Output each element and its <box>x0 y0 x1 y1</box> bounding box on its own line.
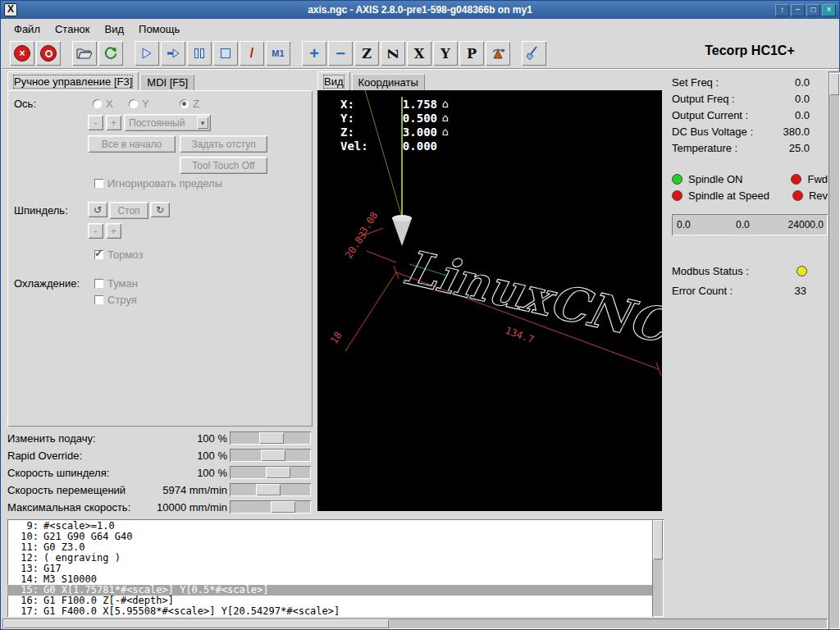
homed-icon: ⌂ <box>437 126 454 138</box>
menu-machine[interactable]: Станок <box>48 21 98 38</box>
jog-minus-button[interactable]: - <box>88 115 103 130</box>
set-freq-label: Set Freq : <box>672 76 719 89</box>
spindle-on-led <box>672 174 682 185</box>
chevron-down-icon: ▾ <box>197 116 208 129</box>
dc-bus-voltage-label: DC Bus Voltage : <box>672 126 753 138</box>
skip-lines-button[interactable]: / <box>240 41 264 66</box>
output-current-label: Output Current : <box>672 109 748 121</box>
vfd-title: Tecorp HC1C+ <box>672 43 828 58</box>
gcode-line[interactable]: 10:G21 G90 G64 G40 <box>7 532 652 542</box>
tool-touch-off-button[interactable]: Tool Touch Off <box>180 157 267 174</box>
gcode-line[interactable]: 12:( engraving ) <box>7 553 652 564</box>
slash-icon: / <box>250 46 253 61</box>
spindle-override-slider[interactable] <box>230 466 311 479</box>
estop-button[interactable]: × <box>10 41 34 66</box>
left-notebook-tabs: Ручное управление [F3] MDI [F5] <box>7 71 196 91</box>
homed-icon: ⌂ <box>437 98 454 110</box>
machine-power-button[interactable] <box>36 41 61 66</box>
max-velocity-slider[interactable] <box>230 500 311 514</box>
feed-override-slider[interactable] <box>230 431 311 445</box>
brake-checkbox[interactable]: Тормоз <box>94 249 143 261</box>
tab-mdi[interactable]: MDI [F5] <box>140 74 194 91</box>
minimize-button[interactable]: − <box>791 4 805 16</box>
axis-radio-x[interactable]: X <box>93 98 113 110</box>
jog-plus-button[interactable]: + <box>106 115 121 130</box>
checkbox-icon <box>94 179 103 188</box>
spindle-ccw-button[interactable]: ↺ <box>88 202 107 217</box>
view-perspective-button[interactable]: P <box>459 41 484 66</box>
slider-handle[interactable] <box>256 484 281 495</box>
gcode-listing[interactable]: 9:#<scale>=1.0 10:G21 G90 G64 G40 11:G0 … <box>7 519 652 617</box>
view-y-button[interactable]: Y <box>433 41 458 66</box>
spindle-speed-scale[interactable]: 0.0 0.0 24000.0 <box>672 214 828 235</box>
scrollbar-thumb[interactable] <box>653 520 663 559</box>
view-z-rotated-button[interactable]: Z <box>381 41 405 66</box>
open-file-button[interactable] <box>72 41 97 66</box>
run-button[interactable] <box>135 41 159 66</box>
output-freq-value: 0.0 <box>795 93 810 105</box>
spindle-slower-button[interactable]: - <box>88 223 103 239</box>
titlebar[interactable]: X axis.ngc - AXIS 2.8.0-pre1-598-g048366… <box>1 1 839 19</box>
folder-icon <box>76 47 93 60</box>
run-step-button[interactable] <box>161 41 185 66</box>
gcode-line[interactable]: 13:G17 <box>7 564 652 574</box>
dro-display: X:1.758⌂ Y:0.500⌂ Z:3.000⌂ Vel:0.000 <box>340 97 454 153</box>
axis-label: Ось: <box>14 98 36 110</box>
scrollbar-thumb[interactable] <box>829 73 839 95</box>
home-all-button[interactable]: Все в начало <box>88 135 176 153</box>
window-vscrollbar[interactable] <box>829 71 840 629</box>
flood-checkbox[interactable]: Струя <box>94 294 137 306</box>
tab-preview[interactable]: Вид <box>317 71 350 91</box>
mist-checkbox[interactable]: Туман <box>94 277 138 290</box>
spindle-at-speed-led <box>672 190 682 201</box>
step-arrow-icon <box>166 47 180 60</box>
scrollbar-thumb[interactable] <box>3 619 389 628</box>
optional-stop-button[interactable]: M1 <box>266 41 290 66</box>
maximize-button[interactable]: □ <box>806 4 820 16</box>
temperature-label: Temperature : <box>672 142 737 154</box>
spindle-faster-button[interactable]: + <box>106 223 121 239</box>
error-count-label: Error Count : <box>672 285 733 297</box>
tab-manual-control[interactable]: Ручное управление [F3] <box>7 71 139 91</box>
touch-off-button[interactable]: Задать отступ <box>180 135 267 153</box>
stop-button[interactable] <box>213 41 238 66</box>
broom-icon <box>526 45 542 62</box>
manual-control-panel: Ось: X Y Z - + Постоянный ▾ Все в начало… <box>7 90 313 427</box>
jog-increment-select[interactable]: Постоянный ▾ <box>124 114 211 131</box>
tab-dro[interactable]: Координаты <box>352 74 425 91</box>
pause-button[interactable] <box>187 41 212 66</box>
slider-handle[interactable] <box>261 450 285 461</box>
preview-canvas[interactable]: 134.7 20.83 3.08 18 LinuxCNC LinuxCNC X:… <box>317 90 662 511</box>
spindle-stop-button[interactable]: Стоп <box>109 202 148 219</box>
gcode-hscrollbar[interactable] <box>2 619 828 629</box>
gcode-line[interactable]: 17:G1 F400.0 X[5.95508*#<scale>] Y[20.54… <box>7 606 652 617</box>
checkbox-icon <box>94 250 103 259</box>
window-controls: ↑ − □ × <box>775 4 836 16</box>
menu-file[interactable]: Файл <box>7 21 48 38</box>
cw-arrow-icon: ↻ <box>156 204 164 216</box>
rapid-override-slider[interactable] <box>230 449 311 462</box>
view-x-button[interactable]: X <box>407 41 431 66</box>
axis-window: X axis.ngc - AXIS 2.8.0-pre1-598-g048366… <box>0 0 840 630</box>
reload-file-button[interactable] <box>98 41 123 66</box>
zoom-out-button[interactable]: − <box>328 41 353 66</box>
jog-speed-slider[interactable] <box>230 483 311 496</box>
close-button[interactable]: × <box>822 4 836 16</box>
view-z-button[interactable]: Z <box>354 41 379 66</box>
menu-help[interactable]: Помощь <box>131 21 187 38</box>
menu-view[interactable]: Вид <box>98 21 132 38</box>
rotate-view-button[interactable] <box>486 41 510 66</box>
radio-icon <box>129 99 138 108</box>
clear-plot-button[interactable] <box>522 41 546 66</box>
slider-handle[interactable] <box>271 501 295 513</box>
sticky-button[interactable]: ↑ <box>775 4 789 16</box>
axis-radio-y[interactable]: Y <box>129 98 149 110</box>
slider-handle[interactable] <box>259 432 284 444</box>
slider-handle[interactable] <box>266 467 290 478</box>
axis-radio-z[interactable]: Z <box>180 98 199 110</box>
gcode-vscrollbar[interactable] <box>652 519 664 617</box>
toolpath-plot: 134.7 20.83 3.08 18 LinuxCNC LinuxCNC <box>317 90 662 511</box>
spindle-cw-button[interactable]: ↻ <box>150 202 170 217</box>
zoom-in-button[interactable]: + <box>302 41 326 66</box>
ignore-limits-checkbox[interactable]: Игнорировать пределы <box>94 177 222 189</box>
